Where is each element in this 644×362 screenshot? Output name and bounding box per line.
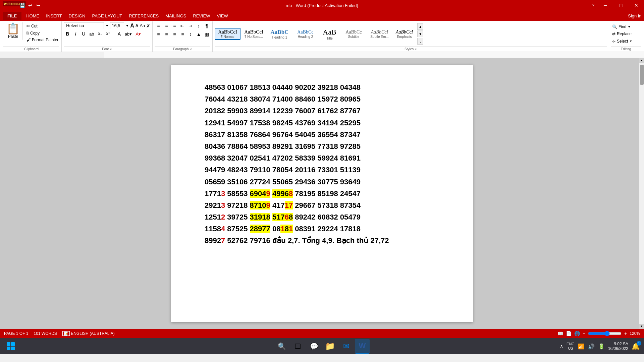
font-name-input[interactable] — [64, 22, 104, 29]
multilevel-list-button[interactable]: ≡ — [171, 22, 178, 29]
font-size-input[interactable] — [110, 22, 124, 29]
style-heading2[interactable]: AaBbCc Heading 2 — [293, 28, 318, 40]
bold-button[interactable]: B — [64, 30, 71, 38]
menu-home[interactable]: HOME — [23, 12, 43, 20]
scroll-down-button[interactable]: ▼ — [639, 324, 644, 329]
menu-references[interactable]: REFERENCES — [125, 12, 162, 20]
show-hide-button[interactable]: ¶ — [203, 22, 210, 29]
scroll-thumb[interactable] — [640, 65, 644, 85]
style-normal[interactable]: AaBbCcI ¶ Normal — [215, 28, 240, 40]
highlight-button[interactable]: ab▾ — [123, 30, 133, 38]
language-indicator[interactable]: ENGUS — [567, 342, 575, 351]
taskbar-task-view[interactable]: ❑ — [290, 339, 305, 354]
start-button[interactable] — [4, 340, 17, 353]
redo-button[interactable]: ↪ — [35, 2, 42, 9]
restore-button[interactable]: □ — [613, 0, 629, 11]
undo-button[interactable]: ↩ — [26, 2, 34, 9]
taskbar-chat[interactable]: 💬 — [307, 339, 321, 354]
help-button[interactable]: ? — [589, 0, 597, 11]
select-button[interactable]: ⊹ Select ▼ — [611, 39, 641, 44]
subscript-button[interactable]: X₂ — [96, 30, 103, 38]
menu-mailings[interactable]: MAILINGS — [162, 12, 190, 20]
format-painter-button[interactable]: 🖌 Format Painter — [25, 37, 59, 43]
wifi-icon[interactable]: 📶 — [578, 343, 585, 350]
superscript-button[interactable]: X² — [104, 30, 111, 38]
styles-down-button[interactable]: ▼ — [417, 31, 423, 37]
bullets-button[interactable]: ≡ — [155, 22, 162, 29]
clear-formatting-button[interactable]: ✗ — [146, 23, 150, 28]
shading-button[interactable]: ▲ — [195, 31, 202, 38]
copy-icon: ⎘ — [26, 31, 29, 36]
language: 📝 ENGLISH (AUSTRALIA) — [62, 331, 115, 336]
style-subtle-em[interactable]: AaBbCcI Subtle Em... — [367, 28, 392, 40]
font-group-expand[interactable]: ↗ — [109, 48, 112, 51]
style-title[interactable]: AaB Title — [319, 27, 340, 41]
menu-review[interactable]: REVIEW — [190, 12, 213, 20]
taskbar-file-explorer[interactable]: 📁 — [323, 339, 337, 354]
paragraph-group-expand[interactable]: ↗ — [190, 48, 192, 51]
zoom-slider[interactable] — [588, 331, 622, 336]
taskbar-mail[interactable]: ✉ — [339, 339, 354, 354]
taskbar-search[interactable]: 🔍 — [274, 339, 289, 354]
shrink-font-button[interactable]: A — [136, 23, 139, 28]
copy-button[interactable]: ⎘ Copy — [25, 31, 59, 36]
styles-more-button[interactable]: ⌄ — [417, 38, 423, 45]
copy-label: Copy — [30, 31, 40, 36]
menu-design[interactable]: DESIGN — [65, 12, 89, 20]
sort-button[interactable]: ↕ — [195, 22, 202, 29]
replace-button[interactable]: ⇄ Replace — [611, 31, 641, 37]
font-color-button[interactable]: A▾ — [133, 30, 143, 38]
taskbar-word[interactable]: W — [355, 339, 370, 354]
style-emphasis[interactable]: AaBbCcI Emphasis — [393, 28, 416, 40]
close-button[interactable]: ✕ — [629, 0, 644, 11]
read-mode-button[interactable]: 📖 — [557, 331, 563, 336]
font-group-name: Font ↗ — [64, 46, 150, 52]
notification-center[interactable]: 🔔 1 — [632, 342, 640, 350]
chevron-down-icon-size[interactable]: ▼ — [125, 24, 129, 27]
vertical-scrollbar[interactable]: ▲ ▼ — [639, 58, 644, 329]
styles-group-expand[interactable]: ↗ — [414, 48, 417, 51]
zoom-out-button[interactable]: − — [583, 331, 585, 336]
justify-button[interactable]: ≡ — [179, 31, 186, 38]
align-center-button[interactable]: ≡ — [163, 31, 170, 38]
menu-view[interactable]: VIEW — [214, 12, 231, 20]
tray-expand-button[interactable]: ∧ — [560, 344, 563, 349]
find-button[interactable]: 🔍 Find ▼ — [611, 24, 641, 29]
chevron-down-icon[interactable]: ▼ — [105, 24, 109, 27]
save-button[interactable]: 💾 — [18, 2, 26, 9]
styles-up-button[interactable]: ▲ — [417, 23, 423, 30]
strikethrough-button[interactable]: ab — [88, 30, 95, 38]
italic-button[interactable]: I — [72, 30, 79, 38]
increase-indent-button[interactable]: ⇥ — [187, 22, 194, 29]
underline-button[interactable]: U — [80, 30, 87, 38]
battery-icon[interactable]: 🔋 — [598, 343, 605, 350]
web-layout-button[interactable]: 🌐 — [574, 331, 580, 336]
doc-line: 48563 01067 18513 04440 90202 39218 0434… — [205, 81, 439, 93]
change-case-button[interactable]: Aa — [140, 23, 145, 28]
align-right-button[interactable]: ≡ — [171, 31, 178, 38]
cut-button[interactable]: ✂ Cut — [25, 23, 59, 29]
menu-file[interactable]: FILE — [3, 12, 21, 20]
menu-insert[interactable]: INSERT — [43, 12, 65, 20]
numbering-button[interactable]: ≡ — [163, 22, 170, 29]
text-effects-button[interactable]: A — [115, 30, 123, 38]
paste-button[interactable]: 📋 Paste — [3, 22, 23, 40]
minimize-button[interactable]: ─ — [598, 0, 613, 11]
decrease-indent-button[interactable]: ⇤ — [179, 22, 186, 29]
zoom-in-button[interactable]: + — [624, 331, 627, 336]
align-left-button[interactable]: ≡ — [155, 31, 162, 38]
select-icon: ⊹ — [612, 39, 615, 44]
sign-in[interactable]: Sign in — [628, 13, 641, 18]
style-subtitle[interactable]: AaBbCc Subtitle — [341, 28, 366, 40]
print-layout-button[interactable]: 📄 — [566, 331, 572, 336]
style-heading1[interactable]: AaBbC Heading 1 — [267, 28, 292, 40]
grow-font-button[interactable]: A — [130, 23, 134, 29]
line-spacing-button[interactable]: ↕ — [187, 31, 194, 38]
style-no-spacing[interactable]: AaBbCcI ¶ No Spac... — [241, 28, 266, 40]
time-display[interactable]: 9:02 SA 16/06/2022 — [608, 342, 628, 351]
volume-icon[interactable]: 🔊 — [588, 343, 595, 350]
menu-page-layout[interactable]: PAGE LAYOUT — [89, 12, 125, 20]
borders-button[interactable]: ▦ — [203, 31, 210, 38]
scroll-up-button[interactable]: ▲ — [639, 58, 644, 63]
styles-scroll-up[interactable]: ▲ ▼ ⌄ — [417, 23, 423, 45]
